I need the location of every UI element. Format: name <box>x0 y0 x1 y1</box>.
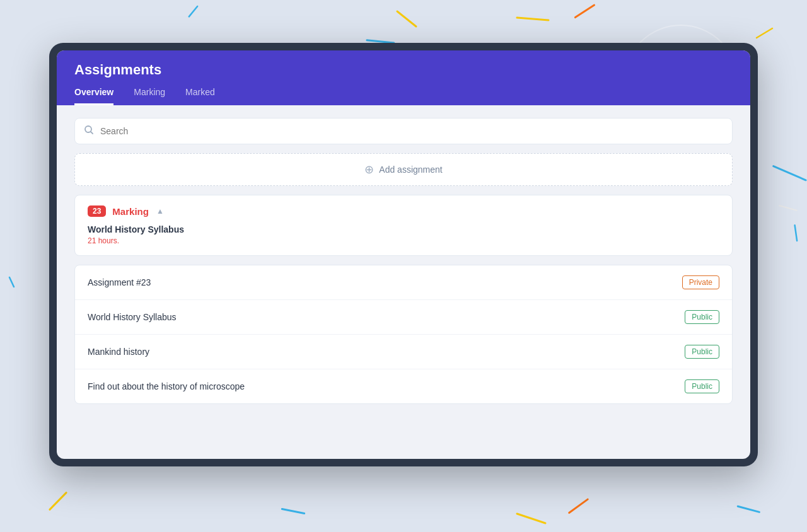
svg-line-13 <box>788 225 804 241</box>
add-assignment-button[interactable]: ⊕ Add assignment <box>74 153 733 186</box>
app-content: ⊕ Add assignment 23 Marking ▲ World Hist… <box>57 105 750 459</box>
marking-section: 23 Marking ▲ World History Syllabus 21 h… <box>74 195 733 256</box>
app-header: Assignments Overview Marking Marked <box>57 50 750 105</box>
status-badge: Public <box>685 379 719 393</box>
marking-header: 23 Marking ▲ <box>88 205 719 217</box>
svg-line-1 <box>517 18 549 20</box>
table-row[interactable]: Assignment #23 Private <box>75 265 732 300</box>
table-row[interactable]: Find out about the history of microscope… <box>75 369 732 403</box>
svg-line-12 <box>9 277 14 287</box>
svg-line-8 <box>574 5 596 17</box>
tablet-frame: Assignments Overview Marking Marked <box>49 43 758 466</box>
assignment-name: Find out about the history of microscope <box>88 381 676 391</box>
status-badge: Private <box>682 275 719 289</box>
assignment-name: Mankind history <box>88 347 676 357</box>
status-badge: Public <box>685 310 719 324</box>
table-row[interactable]: Mankind history Public <box>75 335 732 369</box>
svg-line-11 <box>757 28 772 38</box>
marking-count-badge: 23 <box>88 205 106 217</box>
marking-item-subtitle: 21 hours. <box>88 236 719 245</box>
svg-line-5 <box>774 156 806 190</box>
search-input[interactable] <box>100 126 723 136</box>
table-row[interactable]: World History Syllabus Public <box>75 300 732 335</box>
tab-overview[interactable]: Overview <box>74 87 113 105</box>
assignment-list: Assignment #23 Private World History Syl… <box>74 265 733 404</box>
svg-line-6 <box>282 500 304 522</box>
add-assignment-label: Add assignment <box>379 165 442 175</box>
page-title: Assignments <box>74 62 733 78</box>
assignment-name: Assignment #23 <box>88 277 673 287</box>
tablet-screen: Assignments Overview Marking Marked <box>57 50 750 459</box>
svg-line-2 <box>517 514 545 523</box>
assignment-name: World History Syllabus <box>88 312 676 322</box>
svg-line-19 <box>91 132 93 134</box>
marking-section-title: Marking <box>112 206 149 217</box>
plus-circle-icon: ⊕ <box>364 163 374 176</box>
svg-line-7 <box>738 499 759 520</box>
svg-line-0 <box>397 11 416 26</box>
app-container: Assignments Overview Marking Marked <box>57 50 750 459</box>
marking-item-title: World History Syllabus <box>88 224 719 234</box>
search-icon <box>84 125 94 137</box>
tab-bar: Overview Marking Marked <box>74 87 733 105</box>
svg-line-9 <box>567 499 589 512</box>
svg-line-14 <box>779 199 796 216</box>
chevron-up-icon[interactable]: ▲ <box>156 207 164 216</box>
status-badge: Public <box>685 345 719 359</box>
tab-marked[interactable]: Marked <box>185 87 215 105</box>
search-bar[interactable] <box>74 118 733 144</box>
svg-line-3 <box>47 493 69 510</box>
svg-line-10 <box>189 5 197 18</box>
tab-marking[interactable]: Marking <box>134 87 165 105</box>
